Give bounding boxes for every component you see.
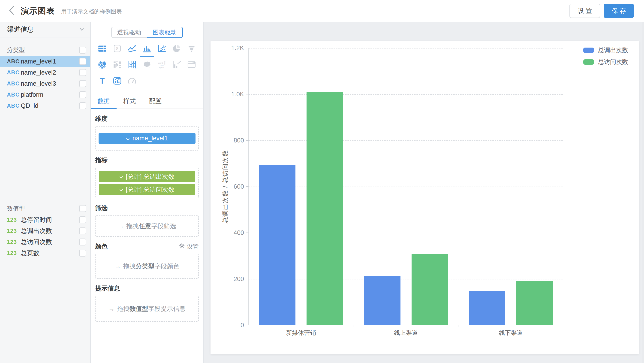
field-type-tag: 123 bbox=[7, 228, 21, 234]
field-type-tag: 123 bbox=[7, 239, 21, 245]
field-type-tag: ABC bbox=[7, 92, 21, 98]
tooltip-placeholder: 拖拽数值型字段提示信息 bbox=[117, 304, 186, 313]
text-icon[interactable]: T bbox=[95, 74, 110, 87]
color-settings-button[interactable]: 设置 bbox=[179, 242, 199, 250]
iframe-icon[interactable] bbox=[184, 58, 199, 71]
svg-text:cloud: cloud bbox=[164, 61, 166, 65]
bar-总访问次数[interactable] bbox=[306, 92, 343, 325]
tab-样式[interactable]: 样式 bbox=[116, 93, 142, 109]
x-tick-label: 新媒体营销 bbox=[248, 329, 354, 337]
map-chart-icon[interactable] bbox=[140, 58, 154, 71]
table-icon[interactable] bbox=[95, 42, 110, 55]
dimension-pill[interactable]: name_level1 bbox=[98, 133, 196, 144]
line-chart-icon[interactable] bbox=[125, 42, 140, 55]
group-checkbox[interactable] bbox=[79, 205, 86, 212]
legend-swatch bbox=[583, 48, 594, 53]
field-row[interactable]: 123总调出次数 bbox=[0, 225, 90, 236]
bar-总访问次数[interactable] bbox=[516, 281, 553, 325]
gauge-chart-icon[interactable] bbox=[125, 74, 140, 87]
field-row[interactable]: 123总停留时间 bbox=[0, 214, 90, 225]
field-checkbox[interactable] bbox=[79, 102, 86, 109]
save-button[interactable]: 保 存 bbox=[604, 4, 634, 18]
tab-数据[interactable]: 数据 bbox=[91, 93, 116, 109]
field-row[interactable]: ABCQD_id bbox=[0, 100, 90, 111]
mode-tab-pivot[interactable]: 透视驱动 bbox=[111, 27, 147, 38]
mode-switch: 透视驱动图表驱动 bbox=[111, 27, 183, 38]
color-placeholder: 拖拽分类型字段颜色 bbox=[123, 262, 179, 270]
color-section-label: 颜色 设置 bbox=[95, 242, 199, 250]
x-axis-tick bbox=[353, 325, 354, 327]
x-tick-label: 线下渠道 bbox=[458, 329, 563, 337]
dimension-dropzone[interactable]: name_level1 bbox=[95, 126, 199, 151]
pill-label: [总计] 总调出次数 bbox=[126, 173, 175, 181]
chart-note-icon[interactable] bbox=[110, 74, 124, 87]
field-row[interactable]: ABCname_level3 bbox=[0, 78, 90, 89]
bar-总调出次数[interactable] bbox=[469, 291, 505, 325]
field-label: QD_id bbox=[21, 102, 79, 110]
gridline bbox=[248, 48, 563, 49]
bar-总调出次数[interactable] bbox=[364, 276, 400, 325]
field-checkbox[interactable] bbox=[79, 69, 86, 76]
field-checkbox[interactable] bbox=[79, 91, 86, 98]
metric-pill[interactable]: [总计] 总调出次数 bbox=[99, 171, 195, 182]
parallel-chart-icon[interactable] bbox=[125, 58, 140, 71]
metric-pill[interactable]: [总计] 总访问次数 bbox=[99, 184, 195, 195]
bar-总调出次数[interactable] bbox=[259, 165, 296, 325]
svg-text:8: 8 bbox=[116, 47, 118, 51]
back-button[interactable] bbox=[6, 5, 16, 17]
page-scrollbar-track[interactable] bbox=[642, 0, 644, 363]
field-type-tag: ABC bbox=[7, 80, 21, 87]
y-axis-tick bbox=[246, 140, 248, 141]
field-label: 总页数 bbox=[21, 249, 79, 257]
field-checkbox[interactable] bbox=[79, 80, 86, 87]
field-row[interactable]: ABCplatform bbox=[0, 89, 90, 100]
field-row[interactable]: 123总访问次数 bbox=[0, 236, 90, 247]
field-row[interactable]: ABCname_level2 bbox=[0, 67, 90, 78]
field-checkbox[interactable] bbox=[79, 216, 86, 223]
polar-chart-icon[interactable] bbox=[95, 58, 110, 71]
mode-tab-chart[interactable]: 图表驱动 bbox=[147, 27, 183, 38]
filter-placeholder: 拖拽任意字段筛选 bbox=[126, 222, 176, 230]
settings-button[interactable]: 设 置 bbox=[570, 4, 600, 18]
svg-text:agile BI: agile BI bbox=[159, 67, 164, 69]
scatter-chart-icon[interactable] bbox=[154, 42, 169, 55]
y-tick-label: 1.0K bbox=[207, 91, 244, 98]
pill-chevron-icon bbox=[126, 135, 130, 142]
page-subtitle: 用于演示文档的样例图表 bbox=[61, 8, 122, 15]
dataset-selector[interactable]: 渠道信息 bbox=[0, 22, 90, 38]
tooltip-dropzone[interactable]: → 拖拽数值型字段提示信息 bbox=[95, 296, 199, 322]
bar-chart-plot: 02004006008001.0K1.2K新媒体营销线上渠道线下渠道 bbox=[248, 48, 563, 325]
field-label: 总停留时间 bbox=[21, 216, 79, 224]
y-tick-label: 600 bbox=[207, 183, 244, 190]
metric-dropzone[interactable]: [总计] 总调出次数[总计] 总访问次数 bbox=[95, 168, 199, 198]
x-tick-label: 线上渠道 bbox=[354, 329, 458, 337]
legend-item[interactable]: 总访问次数 bbox=[583, 58, 628, 66]
field-group-title: 数值型 bbox=[7, 205, 79, 213]
legend-item[interactable]: 总调出次数 bbox=[583, 46, 628, 54]
kpi-card-icon[interactable]: 8 bbox=[110, 42, 124, 55]
gridline bbox=[248, 140, 563, 141]
group-checkbox[interactable] bbox=[79, 47, 86, 54]
bar-chart-icon[interactable] bbox=[140, 42, 154, 55]
chart-legend: 总调出次数总访问次数 bbox=[583, 46, 628, 70]
field-checkbox[interactable] bbox=[79, 58, 86, 65]
legend-label: 总访问次数 bbox=[598, 58, 628, 66]
field-row[interactable]: ABCname_level1 bbox=[0, 56, 90, 67]
field-checkbox[interactable] bbox=[79, 250, 86, 256]
field-type-tag: ABC bbox=[7, 58, 21, 65]
field-checkbox[interactable] bbox=[79, 227, 86, 234]
filter-dropzone[interactable]: → 拖拽任意字段筛选 bbox=[95, 215, 199, 237]
tab-配置[interactable]: 配置 bbox=[142, 93, 168, 109]
color-dropzone[interactable]: → 拖拽分类型字段颜色 bbox=[95, 254, 199, 279]
combo-chart-icon[interactable] bbox=[169, 58, 184, 71]
wordcloud-chart-icon[interactable]: wordcloudagile BIcloud bbox=[154, 58, 169, 71]
sankey-chart-icon[interactable] bbox=[110, 58, 124, 71]
field-group: 分类型ABCname_level1ABCname_level2ABCname_l… bbox=[0, 44, 90, 111]
field-row[interactable]: 123总页数 bbox=[0, 247, 90, 259]
legend-label: 总调出次数 bbox=[598, 46, 628, 54]
funnel-chart-icon[interactable] bbox=[184, 42, 199, 55]
field-label: name_level2 bbox=[21, 69, 79, 76]
field-checkbox[interactable] bbox=[79, 238, 86, 245]
bar-总访问次数[interactable] bbox=[412, 254, 448, 325]
pie-chart-icon[interactable] bbox=[169, 42, 184, 55]
